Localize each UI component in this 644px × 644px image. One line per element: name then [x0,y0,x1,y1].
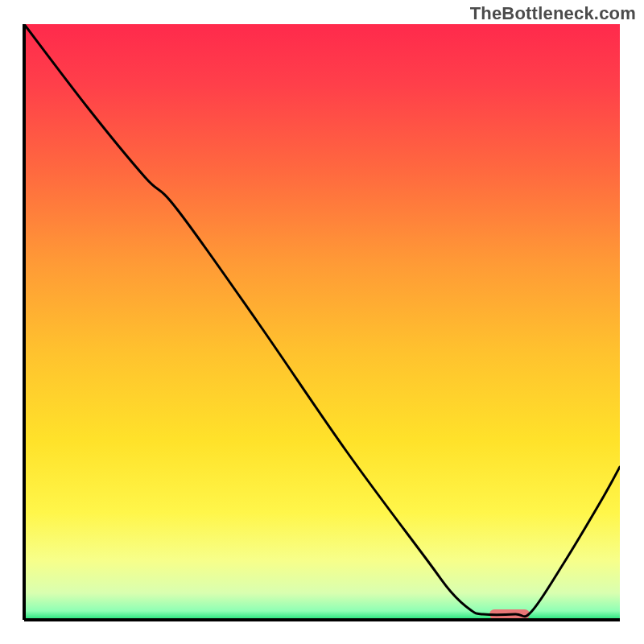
bottleneck-chart [0,0,644,644]
watermark-text: TheBottleneck.com [470,3,636,24]
gradient-background [24,24,620,620]
chart-container: TheBottleneck.com [0,0,644,644]
